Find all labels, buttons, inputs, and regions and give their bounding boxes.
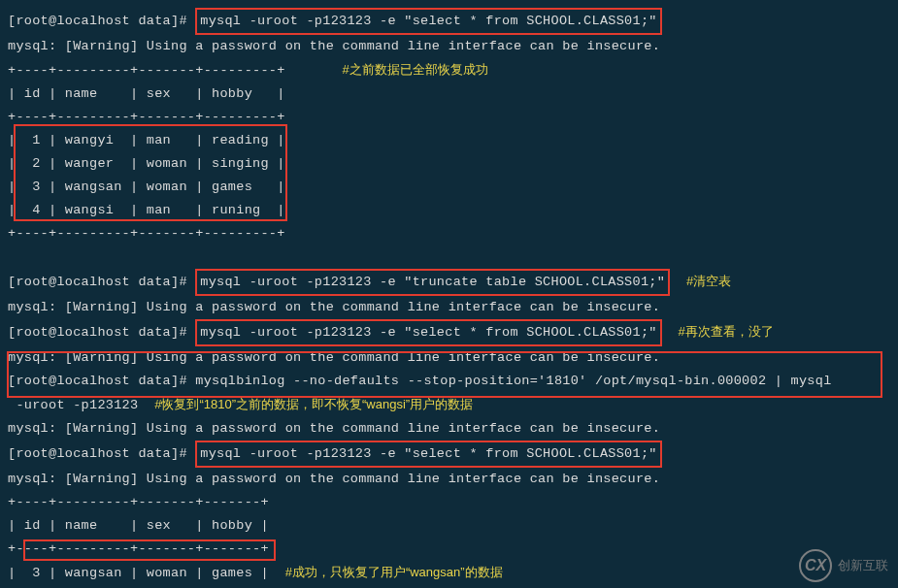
watermark: CX 创新互联 [799,549,888,582]
cmd-binlog-2: -uroot -p123123 [8,398,138,412]
tbl2-row: | 3 | wangsan | woman | games | #成功，只恢复了… [8,561,890,585]
watermark-text: 创新互联 [838,554,888,576]
annot-1: #之前数据已全部恢复成功 [342,62,487,77]
prompt: [root@localhost data]# [8,14,195,28]
annot-2: #清空表 [686,274,731,288]
warning-2: mysql: [Warning] Using a password on the… [8,296,890,319]
tbl-border-top: +----+---------+-------+---------+ #之前数据… [8,58,890,82]
annot-4: #恢复到“1810”之前的数据，即不恢复“wangsi”用户的数据 [154,397,473,411]
cmd-line-3: [root@localhost data]# mysql -uroot -p12… [8,319,890,346]
cmd-select-2: mysql -uroot -p123123 -e "select * from … [195,319,661,346]
watermark-icon: CX [799,549,832,582]
cmd-truncate: mysql -uroot -p123123 -e "truncate table… [195,269,670,296]
tbl-header: | id | name | sex | hobby | [8,82,890,106]
cmd-line-2: [root@localhost data]# mysql -uroot -p12… [8,269,890,296]
cmd-select-3: mysql -uroot -p123123 -e "select * from … [195,441,661,468]
annot-3: #再次查看，没了 [679,324,774,339]
highlight-result-row [23,539,276,561]
tbl2-border-top: +----+---------+-------+-------+ [8,491,890,514]
blank-1 [8,245,890,269]
prompt: [root@localhost data]# [8,446,195,461]
warning-5: mysql: [Warning] Using a password on the… [8,468,890,491]
tbl-border-bot: +----+---------+-------+---------+ [8,222,890,245]
prompt: [root@localhost data]# [8,325,195,340]
highlight-table-rows [14,124,287,221]
highlight-binlog-cmd [7,351,882,398]
tbl2-header: | id | name | sex | hobby | [8,514,890,538]
cmd-line-1: [root@localhost data]# mysql -uroot -p12… [8,8,890,35]
cmd-select-1: mysql -uroot -p123123 -e "select * from … [195,8,661,35]
warning-4: mysql: [Warning] Using a password on the… [8,417,890,441]
annot-5: #成功，只恢复了用户“wangsan”的数据 [285,565,503,579]
prompt: [root@localhost data]# [8,275,195,289]
cmd-line-5: [root@localhost data]# mysql -uroot -p12… [8,441,890,468]
warning-1: mysql: [Warning] Using a password on the… [8,35,890,58]
